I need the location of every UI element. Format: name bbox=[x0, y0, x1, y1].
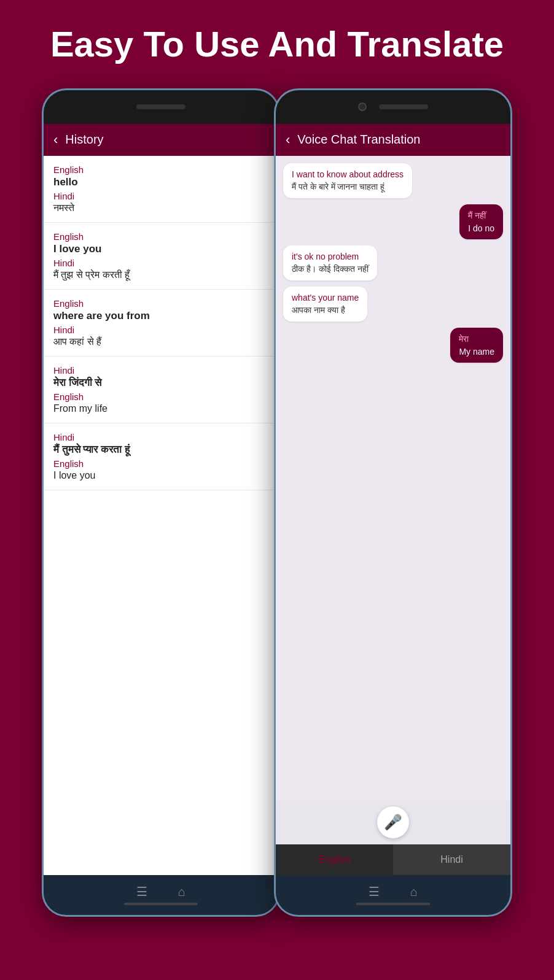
lang-label: English bbox=[53, 298, 268, 309]
mic-button[interactable]: 🎤 bbox=[377, 806, 409, 838]
app-header-left: ‹ History bbox=[44, 124, 278, 156]
speaker-left bbox=[136, 104, 185, 109]
lang-label: Hindi bbox=[53, 191, 268, 201]
original-text: I love you bbox=[53, 243, 268, 255]
home-icon: ⌂ bbox=[178, 885, 185, 899]
translated-text: From my life bbox=[53, 403, 268, 414]
bubble-original: it's ok no problem bbox=[292, 252, 369, 261]
header-title: Easy To Use And Translate bbox=[18, 25, 536, 64]
bottom-nav-left: ☰ ⌂ bbox=[136, 884, 185, 899]
lang-label: Hindi bbox=[53, 365, 268, 376]
phone-top-right bbox=[276, 90, 510, 124]
lang-label: Hindi bbox=[53, 258, 268, 268]
list-item[interactable]: English where are you from Hindi आप कहां… bbox=[44, 290, 278, 357]
list-item[interactable]: English hello Hindi नमस्ते bbox=[44, 156, 278, 223]
mic-icon: 🎤 bbox=[384, 814, 402, 831]
phone-right: ‹ Voice Chat Translation I want to know … bbox=[274, 88, 512, 917]
lang-btn-english[interactable]: English bbox=[276, 844, 393, 875]
bubble-translated: मैं पते के बारे में जानना चाहता हूं bbox=[292, 182, 404, 192]
chat-bubble-5: मेरा My name bbox=[450, 328, 503, 363]
lang-selector: English Hindi bbox=[276, 844, 510, 875]
lang-label: English bbox=[53, 392, 268, 402]
lang-label: English bbox=[53, 164, 268, 175]
lang-label: Hindi bbox=[53, 325, 268, 335]
lang-label: Hindi bbox=[53, 432, 268, 442]
list-item[interactable]: Hindi मेरा जिंदगी से English From my lif… bbox=[44, 357, 278, 423]
speaker-right bbox=[379, 104, 428, 109]
hamburger-icon: ☰ bbox=[136, 884, 147, 899]
bottom-nav-right: ☰ ⌂ bbox=[369, 884, 418, 899]
phone-screen-left: ‹ History English hello Hindi नमस्ते Eng… bbox=[44, 124, 278, 875]
phones-container: ‹ History English hello Hindi नमस्ते Eng… bbox=[0, 88, 554, 917]
bubble-translated: आपका नाम क्या है bbox=[292, 305, 359, 315]
chat-bubble-2: मैं नहीं I do no bbox=[459, 204, 503, 239]
chat-screen: I want to know about address मैं पते के … bbox=[276, 156, 510, 875]
original-text: मैं तुमसे प्यार करता हूं bbox=[53, 444, 268, 456]
translated-text: मैं तुझ से प्रेम करती हूँ bbox=[53, 269, 268, 280]
phone-bottom-right: ☰ ⌂ bbox=[276, 875, 510, 915]
history-list: English hello Hindi नमस्ते English I lov… bbox=[44, 156, 278, 875]
bubble-original: मैं नहीं bbox=[468, 210, 494, 221]
chat-messages: I want to know about address मैं पते के … bbox=[276, 156, 510, 800]
original-text: where are you from bbox=[53, 310, 268, 322]
translated-text: नमस्ते bbox=[53, 203, 268, 214]
bubble-original: I want to know about address bbox=[292, 169, 404, 179]
phone-bottom-left: ☰ ⌂ bbox=[44, 875, 278, 915]
chat-bubble-4: what's your name आपका नाम क्या है bbox=[283, 287, 367, 322]
home-icon-right: ⌂ bbox=[410, 885, 418, 899]
header: Easy To Use And Translate bbox=[0, 0, 554, 82]
history-screen-title: History bbox=[65, 133, 103, 147]
gesture-bar-left bbox=[124, 903, 198, 905]
chat-screen-title: Voice Chat Translation bbox=[297, 133, 420, 147]
chat-bubble-3: it's ok no problem ठीक है। कोई दिक्कत नह… bbox=[283, 245, 377, 280]
phone-screen-right: ‹ Voice Chat Translation I want to know … bbox=[276, 124, 510, 875]
bubble-original: what's your name bbox=[292, 293, 359, 303]
camera-right bbox=[358, 102, 367, 111]
chat-input-area: 🎤 bbox=[276, 800, 510, 844]
list-item[interactable]: Hindi मैं तुमसे प्यार करता हूं English I… bbox=[44, 423, 278, 490]
app-header-right: ‹ Voice Chat Translation bbox=[276, 124, 510, 156]
chat-bubble-1: I want to know about address मैं पते के … bbox=[283, 163, 412, 198]
lang-btn-hindi[interactable]: Hindi bbox=[393, 844, 510, 875]
gesture-bar-right bbox=[356, 903, 430, 905]
original-text: मेरा जिंदगी से bbox=[53, 377, 268, 389]
bubble-translated: ठीक है। कोई दिक्कत नहीं bbox=[292, 264, 369, 274]
lang-label: English bbox=[53, 458, 268, 469]
hamburger-icon-right: ☰ bbox=[369, 884, 380, 899]
list-item[interactable]: English I love you Hindi मैं तुझ से प्रे… bbox=[44, 223, 278, 290]
phone-top-left bbox=[44, 90, 278, 124]
bubble-translated: I do no bbox=[468, 223, 494, 233]
bubble-original: मेरा bbox=[459, 334, 494, 344]
bubble-translated: My name bbox=[459, 347, 494, 357]
back-arrow-left[interactable]: ‹ bbox=[53, 132, 58, 148]
lang-label: English bbox=[53, 231, 268, 242]
original-text: hello bbox=[53, 176, 268, 188]
translated-text: आप कहां से हैं bbox=[53, 336, 268, 347]
back-arrow-right[interactable]: ‹ bbox=[286, 132, 290, 148]
translated-text: I love you bbox=[53, 470, 268, 481]
phone-left: ‹ History English hello Hindi नमस्ते Eng… bbox=[42, 88, 280, 917]
